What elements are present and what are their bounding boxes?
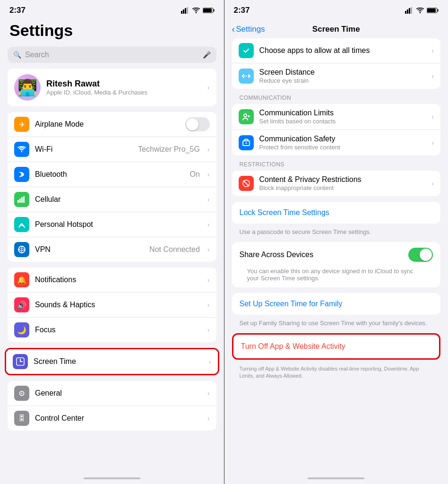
comm-safety-item[interactable]: Communication Safety Protect from sensit… xyxy=(232,130,441,156)
apps-section: 🔔 Notifications › 🔊 Sounds & Haptics › 🌙… xyxy=(8,268,216,342)
focus-chevron: › xyxy=(207,326,210,334)
content-privacy-chevron: › xyxy=(431,180,434,187)
wifi-label: Wi-Fi xyxy=(35,145,132,154)
hotspot-chevron: › xyxy=(207,221,210,228)
screen-distance-text: Screen Distance Reduce eye strain xyxy=(259,68,426,84)
wifi-status-icon xyxy=(192,8,200,13)
notifications-item[interactable]: 🔔 Notifications › xyxy=(8,268,216,293)
control-center-label: Control Center xyxy=(35,414,202,423)
search-bar[interactable]: 🔍 Search 🎤 xyxy=(8,47,216,63)
svg-rect-10 xyxy=(23,196,25,203)
comm-safety-label: Communication Safety xyxy=(259,135,426,143)
setup-family-btn[interactable]: Set Up Screen Time for Family xyxy=(232,293,441,315)
right-panel: 2:37 ‹ Settings xyxy=(224,0,448,484)
screen-distance-item[interactable]: Screen Distance Reduce eye strain › xyxy=(232,63,441,89)
content-privacy-icon xyxy=(239,176,254,191)
status-time-left: 2:37 xyxy=(9,6,26,15)
svg-rect-3 xyxy=(187,7,188,14)
focus-icon: 🌙 xyxy=(14,322,29,337)
share-devices-label: Share Across Devices xyxy=(240,251,409,259)
mic-icon: 🎤 xyxy=(203,51,211,59)
home-indicator-left xyxy=(0,475,224,484)
wifi-chevron: › xyxy=(207,146,210,153)
screen-time-label: Screen Time xyxy=(34,357,203,366)
back-button[interactable]: ‹ Settings xyxy=(232,24,265,35)
screen-time-highlight[interactable]: Screen Time › xyxy=(5,348,219,375)
svg-rect-17 xyxy=(409,8,410,14)
vpn-item[interactable]: VPN Not Connected › xyxy=(8,237,216,262)
always-allowed-item[interactable]: Choose apps to allow at all times › xyxy=(232,38,441,63)
vpn-label: VPN xyxy=(35,245,144,254)
screen-time-page-title: Screen Time xyxy=(312,25,360,34)
svg-rect-8 xyxy=(19,199,21,203)
status-icons-left xyxy=(181,7,215,14)
comm-safety-sub: Protect from sensitive content xyxy=(259,144,426,151)
content-privacy-text: Content & Privacy Restrictions Block ina… xyxy=(259,175,426,191)
profile-chevron: › xyxy=(207,84,210,91)
cellular-label: Cellular xyxy=(35,195,202,204)
screen-time-item[interactable]: Screen Time › xyxy=(6,349,218,374)
home-indicator-right xyxy=(224,475,448,484)
setup-family-sub: Set up Family Sharing to use Screen Time… xyxy=(224,317,448,329)
general-item[interactable]: ⚙ General › xyxy=(8,381,216,406)
profile-subtitle: Apple ID, iCloud, Media & Purchases xyxy=(46,89,202,96)
left-panel: 2:37 Settings xyxy=(0,0,224,484)
lock-screen-sub: Use a passcode to secure Screen Time set… xyxy=(224,225,448,238)
turn-off-label: Turn Off App & Website Activity xyxy=(241,342,345,350)
left-scroll: Settings 🔍 Search 🎤 👨‍💻 Ritesh Rawat App… xyxy=(0,18,224,475)
bluetooth-label: Bluetooth xyxy=(35,170,184,179)
sounds-item[interactable]: 🔊 Sounds & Haptics › xyxy=(8,293,216,318)
hotspot-item[interactable]: Personal Hotspot › xyxy=(8,212,216,237)
turn-off-activity-btn[interactable]: Turn Off App & Website Activity xyxy=(232,333,441,360)
notifications-label: Notifications xyxy=(35,276,202,284)
battery-icon xyxy=(203,8,215,13)
wifi-item[interactable]: Wi-Fi Techwizer Pro_5G › xyxy=(8,137,216,162)
vpn-icon xyxy=(14,242,29,257)
svg-rect-2 xyxy=(185,8,186,14)
svg-point-25 xyxy=(245,143,247,144)
airplane-toggle[interactable] xyxy=(185,117,210,131)
control-center-icon: 🎛 xyxy=(14,411,29,426)
focus-item[interactable]: 🌙 Focus › xyxy=(8,318,216,342)
bluetooth-icon xyxy=(14,167,29,182)
bluetooth-item[interactable]: Bluetooth On › xyxy=(8,162,216,187)
wifi-value: Techwizer Pro_5G xyxy=(138,145,200,154)
content-privacy-label: Content & Privacy Restrictions xyxy=(259,175,426,184)
comm-safety-chevron: › xyxy=(431,139,434,147)
share-devices-toggle[interactable] xyxy=(408,248,433,262)
status-bar-left: 2:37 xyxy=(0,0,224,18)
right-scroll: Choose apps to allow at all times › Scre… xyxy=(224,38,448,475)
sounds-label: Sounds & Haptics xyxy=(35,301,202,309)
lock-screen-time-btn[interactable]: Lock Screen Time Settings xyxy=(232,202,441,224)
screen-time-chevron: › xyxy=(209,358,211,365)
airplane-mode-item[interactable]: ✈ Airplane Mode xyxy=(8,112,216,137)
back-label: Settings xyxy=(236,25,265,34)
setup-family-label: Set Up Screen Time for Family xyxy=(240,300,343,308)
notifications-icon: 🔔 xyxy=(14,272,29,287)
svg-rect-6 xyxy=(203,9,212,12)
signal-icon-right xyxy=(405,7,414,14)
control-center-item[interactable]: 🎛 Control Center › xyxy=(8,406,216,431)
comm-limits-label: Communication Limits xyxy=(259,109,426,117)
comm-limits-sub: Set limits based on contacts xyxy=(259,118,426,125)
general-icon: ⚙ xyxy=(14,386,29,401)
bluetooth-chevron: › xyxy=(207,171,210,178)
settings-title: Settings xyxy=(9,22,215,39)
home-bar-left xyxy=(84,477,140,479)
svg-rect-7 xyxy=(17,200,19,203)
content-privacy-item[interactable]: Content & Privacy Restrictions Block ina… xyxy=(232,171,441,196)
settings-header: Settings xyxy=(0,18,224,43)
always-allowed-text: Choose apps to allow at all times xyxy=(259,46,426,55)
comm-limits-item[interactable]: Communication Limits Set limits based on… xyxy=(232,104,441,130)
share-devices-row[interactable]: Share Across Devices xyxy=(232,242,441,268)
avatar: 👨‍💻 xyxy=(14,74,41,101)
airplane-label: Airplane Mode xyxy=(35,120,180,129)
cellular-icon xyxy=(14,192,29,207)
screen-distance-subtitle: Reduce eye strain xyxy=(259,77,426,84)
cellular-item[interactable]: Cellular › xyxy=(8,187,216,212)
top-section: Choose apps to allow at all times › Scre… xyxy=(232,38,441,89)
profile-item[interactable]: 👨‍💻 Ritesh Rawat Apple ID, iCloud, Media… xyxy=(8,69,216,106)
general-label: General xyxy=(35,389,202,398)
communication-section-label: COMMUNICATION xyxy=(224,95,448,101)
focus-label: Focus xyxy=(35,326,202,334)
